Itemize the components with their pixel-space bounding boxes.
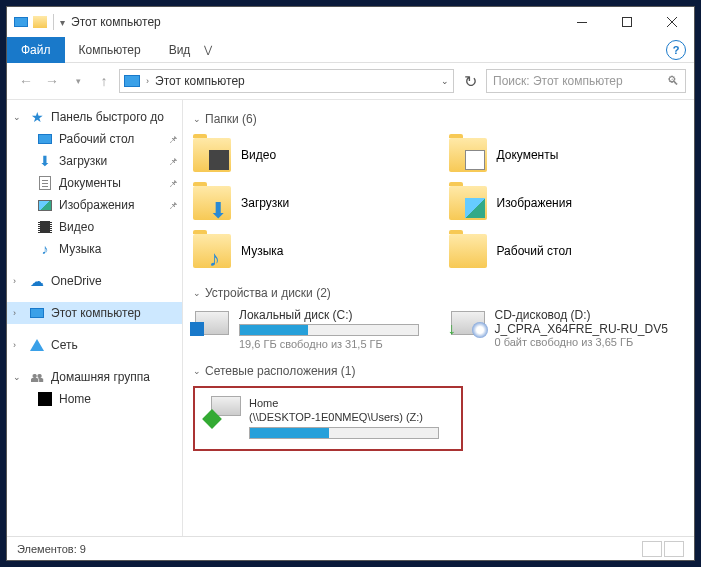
address-pc-icon — [124, 75, 140, 87]
folder-icon — [449, 186, 487, 220]
sidebar-documents[interactable]: Документы📌︎ — [7, 172, 182, 194]
sidebar-homegroup[interactable]: ⌄👥︎Домашняя группа — [7, 366, 182, 388]
chevron-down-icon: ⌄ — [193, 114, 201, 124]
view-details-button[interactable] — [642, 541, 662, 557]
address-bar[interactable]: › Этот компьютер ⌄ — [119, 69, 454, 93]
folder-downloads[interactable]: ⬇Загрузки — [193, 182, 429, 224]
document-icon — [37, 175, 53, 191]
file-tab[interactable]: Файл — [7, 37, 65, 63]
item-count: Элементов: 9 — [17, 543, 86, 555]
view-large-button[interactable] — [664, 541, 684, 557]
svg-rect-0 — [577, 22, 587, 23]
breadcrumb-chevron-icon[interactable]: › — [146, 76, 149, 86]
computer-tab[interactable]: Компьютер — [65, 37, 155, 63]
navigation-row: ← → ▾ ↑ › Этот компьютер ⌄ ↻ Поиск: Этот… — [7, 63, 694, 99]
music-icon: ♪ — [37, 241, 53, 257]
group-network-header[interactable]: ⌄Сетевые расположения (1) — [193, 364, 684, 378]
forward-button[interactable]: → — [41, 70, 63, 92]
pc-icon — [13, 14, 29, 30]
pin-icon: 📌︎ — [168, 200, 178, 211]
home-icon — [37, 391, 53, 407]
chevron-down-icon: ⌄ — [193, 288, 201, 298]
cd-drive-icon — [449, 308, 487, 338]
view-tab[interactable]: Вид — [155, 37, 205, 63]
address-text: Этот компьютер — [155, 74, 245, 88]
sidebar-pictures[interactable]: Изображения📌︎ — [7, 194, 182, 216]
maximize-button[interactable] — [604, 7, 649, 37]
folder-icon — [193, 138, 231, 172]
navigation-pane: ⌄★Панель быстрого до Рабочий стол📌︎ ⬇Заг… — [7, 100, 183, 536]
content-pane: ⌄Папки (6) Видео Документы ⬇Загрузки Изо… — [183, 100, 694, 536]
svg-rect-1 — [622, 18, 631, 27]
help-button[interactable]: ? — [666, 40, 686, 60]
pc-icon — [29, 305, 45, 321]
folder-pictures[interactable]: Изображения — [449, 182, 685, 224]
folder-video[interactable]: Видео — [193, 134, 429, 176]
search-icon: 🔍︎ — [667, 74, 679, 88]
drive-d[interactable]: CD-дисковод (D:) J_CPRA_X64FRE_RU-RU_DV5… — [449, 308, 685, 350]
search-input[interactable]: Поиск: Этот компьютер 🔍︎ — [486, 69, 686, 93]
pin-icon: 📌︎ — [168, 178, 178, 189]
explorer-window: ▾ Этот компьютер Файл Компьютер Вид ⋁ ? … — [6, 6, 695, 561]
network-drive-z[interactable]: Home (\\DESKTOP-1E0NMEQ\Users) (Z:) — [203, 396, 453, 441]
folder-icon: ♪ — [193, 234, 231, 268]
address-dropdown-icon[interactable]: ⌄ — [441, 76, 449, 86]
folder-icon — [449, 138, 487, 172]
folder-music[interactable]: ♪Музыка — [193, 230, 429, 272]
sidebar-downloads[interactable]: ⬇Загрузки📌︎ — [7, 150, 182, 172]
quick-access-toolbar — [13, 14, 47, 30]
sidebar-onedrive[interactable]: ›☁OneDrive — [7, 270, 182, 292]
sidebar-quick-access[interactable]: ⌄★Панель быстрого до — [7, 106, 182, 128]
folder-icon: ⬇ — [193, 186, 231, 220]
sidebar-home[interactable]: Home — [7, 388, 182, 410]
pin-icon: 📌︎ — [168, 134, 178, 145]
group-folders-header[interactable]: ⌄Папки (6) — [193, 112, 684, 126]
network-drive-icon — [203, 396, 241, 426]
star-icon: ★ — [29, 109, 45, 125]
network-highlight-box: Home (\\DESKTOP-1E0NMEQ\Users) (Z:) — [193, 386, 463, 451]
titlebar: ▾ Этот компьютер — [7, 7, 694, 37]
chevron-down-icon: ⌄ — [193, 366, 201, 376]
folder-documents[interactable]: Документы — [449, 134, 685, 176]
expand-ribbon-icon[interactable]: ⋁ — [204, 44, 212, 55]
folder-desktop[interactable]: Рабочий стол — [449, 230, 685, 272]
close-button[interactable] — [649, 7, 694, 37]
storage-bar — [239, 324, 419, 336]
desktop-icon — [37, 131, 53, 147]
status-bar: Элементов: 9 — [7, 536, 694, 560]
pin-icon: 📌︎ — [168, 156, 178, 167]
sidebar-this-pc[interactable]: ›Этот компьютер — [7, 302, 182, 324]
refresh-button[interactable]: ↻ — [458, 69, 482, 93]
video-icon — [37, 219, 53, 235]
folder-small-icon — [33, 16, 47, 28]
sidebar-network[interactable]: ›Сеть — [7, 334, 182, 356]
storage-bar — [249, 427, 439, 439]
homegroup-icon: 👥︎ — [29, 369, 45, 385]
ribbon: Файл Компьютер Вид ⋁ ? — [7, 37, 694, 63]
history-dropdown-icon[interactable]: ▾ — [67, 70, 89, 92]
window-title: Этот компьютер — [71, 15, 161, 29]
drive-icon — [193, 308, 231, 338]
back-button[interactable]: ← — [15, 70, 37, 92]
sidebar-video[interactable]: Видео — [7, 216, 182, 238]
search-placeholder: Поиск: Этот компьютер — [493, 74, 623, 88]
sidebar-desktop[interactable]: Рабочий стол📌︎ — [7, 128, 182, 150]
cloud-icon: ☁ — [29, 273, 45, 289]
sidebar-music[interactable]: ♪Музыка — [7, 238, 182, 260]
qat-dropdown-icon[interactable]: ▾ — [60, 17, 65, 28]
pictures-icon — [37, 197, 53, 213]
drive-c[interactable]: Локальный диск (C:) 19,6 ГБ свободно из … — [193, 308, 429, 350]
download-icon: ⬇ — [37, 153, 53, 169]
folder-icon — [449, 234, 487, 268]
network-icon — [29, 337, 45, 353]
group-drives-header[interactable]: ⌄Устройства и диски (2) — [193, 286, 684, 300]
up-button[interactable]: ↑ — [93, 70, 115, 92]
minimize-button[interactable] — [559, 7, 604, 37]
